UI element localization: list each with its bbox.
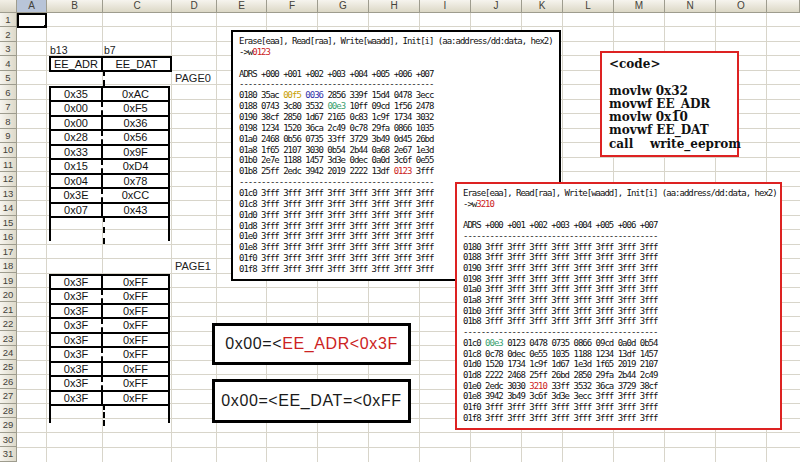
page1-dat-cell[interactable]: 0xFF	[103, 363, 168, 376]
ee-adr-range-box[interactable]: 0x00=<EE_ADR<0x3F	[212, 323, 411, 365]
page1-adr-cell[interactable]: 0x3F	[51, 348, 103, 361]
page0-dat-cell[interactable]: 0x9F	[103, 146, 168, 159]
page1-row-6[interactable]: 0x3F0xFF	[49, 361, 170, 378]
row-header-1[interactable]: 1	[0, 13, 17, 27]
row-header-19[interactable]: 19	[0, 273, 17, 287]
column-header-M[interactable]: M	[614, 0, 665, 13]
page0-adr-cell[interactable]: 0x00	[51, 102, 103, 115]
row-header-9[interactable]: 9	[0, 129, 17, 143]
page1-adr-cell[interactable]: 0x3F	[51, 305, 103, 318]
column-header-G[interactable]: G	[318, 0, 369, 13]
cell-page1-label[interactable]: PAGE1	[175, 260, 211, 272]
row-header-13[interactable]: 13	[0, 187, 17, 201]
page1-row-3[interactable]: 0x3F0xFF	[49, 317, 170, 334]
ee-dat-range-box[interactable]: 0x00=<EE_DAT=<0xFF	[212, 379, 411, 423]
terminal-dump-box-w3210[interactable]: Erase[eaa], Read[raa], Write[waadd], Ini…	[455, 182, 782, 430]
page1-adr-cell[interactable]: 0x3F	[51, 334, 103, 347]
row-header-27[interactable]: 27	[0, 389, 17, 403]
page1-dat-cell[interactable]: 0xFF	[103, 334, 168, 347]
page1-dat-cell[interactable]: 0xFF	[103, 348, 168, 361]
page1-row-7[interactable]: 0x3F0xFF	[49, 375, 170, 392]
column-header-I[interactable]: I	[420, 0, 471, 13]
ee-table-header[interactable]: EE_ADR EE_DAT	[49, 56, 172, 72]
row-header-29[interactable]: 29	[0, 418, 17, 432]
column-header-A[interactable]: A	[17, 0, 47, 13]
page0-dat-cell[interactable]: 0x78	[103, 175, 168, 188]
page1-adr-cell[interactable]: 0x3F	[51, 377, 103, 390]
page0-adr-cell[interactable]: 0x28	[51, 131, 103, 144]
row-header-26[interactable]: 26	[0, 375, 17, 389]
selected-cell[interactable]	[17, 13, 47, 28]
row-header-5[interactable]: 5	[0, 71, 17, 85]
column-header-D[interactable]: D	[172, 0, 217, 13]
column-header-H[interactable]: H	[369, 0, 420, 13]
page0-adr-cell[interactable]: 0x3E	[51, 189, 103, 202]
page0-row-2[interactable]: 0x000x36	[49, 115, 170, 132]
cell-b13-label[interactable]: b13	[50, 44, 68, 56]
page0-dat-cell[interactable]: 0xAC	[103, 88, 168, 101]
page0-adr-cell[interactable]: 0x33	[51, 146, 103, 159]
page0-dat-cell[interactable]: 0x43	[103, 204, 168, 217]
page1-dat-cell[interactable]: 0xFF	[103, 305, 168, 318]
page0-adr-cell[interactable]: 0x15	[51, 160, 103, 173]
page0-adr-cell[interactable]: 0x35	[51, 88, 103, 101]
row-header-16[interactable]: 16	[0, 230, 17, 244]
page0-row-1[interactable]: 0x000xF5	[49, 100, 170, 117]
row-header-4[interactable]: 4	[0, 56, 17, 70]
row-header-14[interactable]: 14	[0, 201, 17, 215]
page1-dat-cell[interactable]: 0xFF	[103, 319, 168, 332]
assembly-code-box[interactable]: <code> movlw 0x32movwf EE_ADRmovlw 0x10m…	[600, 51, 739, 157]
page0-row-7[interactable]: 0x3E0xCC	[49, 187, 170, 204]
page0-adr-cell[interactable]: 0x04	[51, 175, 103, 188]
row-header-6[interactable]: 6	[0, 85, 17, 99]
page1-dat-cell[interactable]: 0xFF	[103, 290, 168, 303]
column-header-L[interactable]: L	[563, 0, 614, 13]
page0-dat-cell[interactable]: 0xCC	[103, 189, 168, 202]
column-header-N[interactable]: N	[665, 0, 716, 13]
row-header-20[interactable]: 20	[0, 288, 17, 302]
row-header-25[interactable]: 25	[0, 360, 17, 374]
page1-dat-cell[interactable]: 0xFF	[103, 276, 168, 289]
row-header-11[interactable]: 11	[0, 158, 17, 172]
row-header-17[interactable]: 17	[0, 245, 17, 259]
page0-dat-cell[interactable]: 0x36	[103, 117, 168, 130]
row-header-3[interactable]: 3	[0, 42, 17, 56]
page1-row-2[interactable]: 0x3F0xFF	[49, 303, 170, 320]
page1-adr-cell[interactable]: 0x3F	[51, 290, 103, 303]
column-header-K[interactable]: K	[522, 0, 563, 13]
page1-dat-cell[interactable]: 0xFF	[103, 392, 168, 405]
page1-row-1[interactable]: 0x3F0xFF	[49, 288, 170, 305]
row-header-18[interactable]: 18	[0, 259, 17, 273]
page0-dat-cell[interactable]: 0xD4	[103, 160, 168, 173]
column-header-F[interactable]: F	[267, 0, 318, 13]
row-header-12[interactable]: 12	[0, 172, 17, 186]
page1-row-5[interactable]: 0x3F0xFF	[49, 346, 170, 363]
row-header-31[interactable]: 31	[0, 447, 17, 461]
row-header-15[interactable]: 15	[0, 216, 17, 230]
page1-adr-cell[interactable]: 0x3F	[51, 392, 103, 405]
page1-row-4[interactable]: 0x3F0xFF	[49, 332, 170, 349]
page0-dat-cell[interactable]: 0x56	[103, 131, 168, 144]
row-header-28[interactable]: 28	[0, 404, 17, 418]
page0-row-5[interactable]: 0x150xD4	[49, 158, 170, 175]
row-header-21[interactable]: 21	[0, 302, 17, 316]
row-header-23[interactable]: 23	[0, 331, 17, 345]
page1-row-0[interactable]: 0x3F0xFF	[49, 274, 170, 291]
page0-row-6[interactable]: 0x040x78	[49, 173, 170, 190]
column-header-partial[interactable]	[767, 0, 800, 13]
column-header-C[interactable]: C	[103, 0, 172, 13]
select-all-corner[interactable]	[0, 0, 17, 13]
row-header-8[interactable]: 8	[0, 114, 17, 128]
page0-dat-cell[interactable]: 0xF5	[103, 102, 168, 115]
row-header-30[interactable]: 30	[0, 433, 17, 447]
row-header-24[interactable]: 24	[0, 346, 17, 360]
column-header-O[interactable]: O	[716, 0, 767, 13]
page0-adr-cell[interactable]: 0x00	[51, 117, 103, 130]
page1-adr-cell[interactable]: 0x3F	[51, 363, 103, 376]
row-header-22[interactable]: 22	[0, 317, 17, 331]
cell-page0-label[interactable]: PAGE0	[175, 72, 211, 84]
page0-row-3[interactable]: 0x280x56	[49, 129, 170, 146]
column-header-E[interactable]: E	[217, 0, 267, 13]
row-header-2[interactable]: 2	[0, 27, 17, 41]
page0-adr-cell[interactable]: 0x07	[51, 204, 103, 217]
